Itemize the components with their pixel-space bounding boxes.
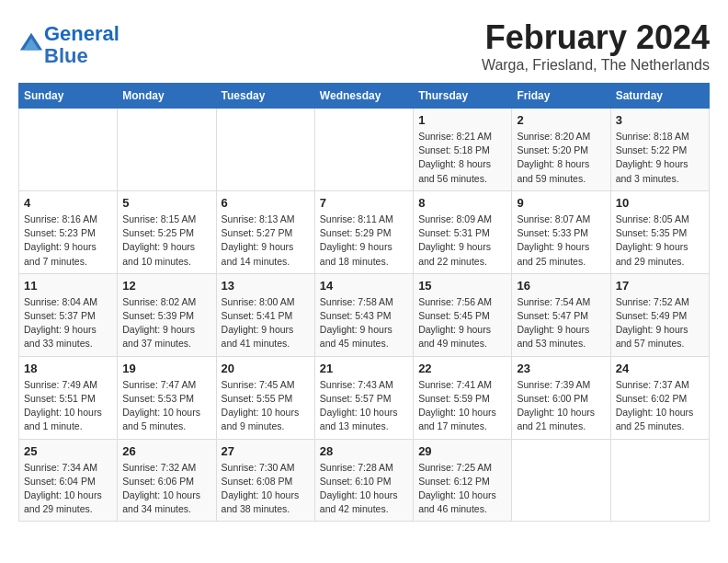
day-number: 25 (24, 444, 112, 458)
calendar-table: SundayMondayTuesdayWednesdayThursdayFrid… (18, 83, 710, 522)
day-headers-row: SundayMondayTuesdayWednesdayThursdayFrid… (19, 84, 710, 109)
day-info: Sunrise: 8:16 AMSunset: 5:23 PMDaylight:… (24, 213, 112, 269)
day-info: Sunrise: 7:56 AMSunset: 5:45 PMDaylight:… (418, 295, 506, 351)
day-number: 4 (24, 196, 112, 210)
day-number: 2 (517, 113, 605, 127)
calendar-cell (512, 439, 610, 522)
calendar-cell: 21Sunrise: 7:43 AMSunset: 5:57 PMDayligh… (314, 356, 413, 439)
day-number: 9 (517, 196, 605, 210)
day-header-sunday: Sunday (19, 84, 118, 109)
day-info: Sunrise: 8:21 AMSunset: 5:18 PMDaylight:… (418, 130, 506, 186)
calendar-cell: 15Sunrise: 7:56 AMSunset: 5:45 PMDayligh… (414, 273, 512, 356)
calendar-cell: 17Sunrise: 7:52 AMSunset: 5:49 PMDayligh… (610, 273, 709, 356)
week-row-5: 25Sunrise: 7:34 AMSunset: 6:04 PMDayligh… (19, 439, 710, 522)
day-header-wednesday: Wednesday (314, 84, 413, 109)
title-area: February 2024 Warga, Friesland, The Neth… (482, 18, 710, 74)
calendar-cell: 6Sunrise: 8:13 AMSunset: 5:27 PMDaylight… (216, 190, 314, 273)
day-header-monday: Monday (118, 84, 216, 109)
calendar-cell (216, 109, 314, 191)
calendar-cell: 28Sunrise: 7:28 AMSunset: 6:10 PMDayligh… (314, 439, 413, 522)
calendar-cell: 18Sunrise: 7:49 AMSunset: 5:51 PMDayligh… (19, 356, 118, 439)
day-info: Sunrise: 8:05 AMSunset: 5:35 PMDaylight:… (616, 213, 704, 269)
calendar-cell: 26Sunrise: 7:32 AMSunset: 6:06 PMDayligh… (118, 439, 216, 522)
week-row-1: 1Sunrise: 8:21 AMSunset: 5:18 PMDaylight… (19, 109, 710, 191)
calendar-cell: 24Sunrise: 7:37 AMSunset: 6:02 PMDayligh… (610, 356, 709, 439)
calendar-cell: 7Sunrise: 8:11 AMSunset: 5:29 PMDaylight… (314, 190, 413, 273)
calendar-cell: 11Sunrise: 8:04 AMSunset: 5:37 PMDayligh… (19, 273, 118, 356)
day-number: 26 (122, 444, 210, 458)
logo: General Blue (18, 23, 119, 67)
day-number: 27 (222, 444, 310, 458)
day-info: Sunrise: 7:30 AMSunset: 6:08 PMDaylight:… (222, 461, 310, 517)
calendar-cell: 12Sunrise: 8:02 AMSunset: 5:39 PMDayligh… (118, 273, 216, 356)
day-number: 15 (418, 279, 506, 293)
day-number: 8 (418, 196, 506, 210)
day-number: 17 (616, 279, 704, 293)
calendar-title: February 2024 (482, 18, 710, 57)
day-info: Sunrise: 7:39 AMSunset: 6:00 PMDaylight:… (517, 378, 605, 434)
calendar-cell: 13Sunrise: 8:00 AMSunset: 5:41 PMDayligh… (216, 273, 314, 356)
calendar-cell: 19Sunrise: 7:47 AMSunset: 5:53 PMDayligh… (118, 356, 216, 439)
calendar-cell: 16Sunrise: 7:54 AMSunset: 5:47 PMDayligh… (512, 273, 610, 356)
day-info: Sunrise: 8:13 AMSunset: 5:27 PMDaylight:… (222, 213, 310, 269)
calendar-cell (314, 109, 413, 191)
week-row-3: 11Sunrise: 8:04 AMSunset: 5:37 PMDayligh… (19, 273, 710, 356)
calendar-cell: 23Sunrise: 7:39 AMSunset: 6:00 PMDayligh… (512, 356, 610, 439)
day-info: Sunrise: 8:07 AMSunset: 5:33 PMDaylight:… (517, 213, 605, 269)
day-info: Sunrise: 8:18 AMSunset: 5:22 PMDaylight:… (616, 130, 704, 186)
day-number: 5 (122, 196, 210, 210)
day-info: Sunrise: 8:15 AMSunset: 5:25 PMDaylight:… (122, 213, 210, 269)
day-number: 6 (222, 196, 310, 210)
calendar-cell (118, 109, 216, 191)
day-number: 7 (320, 196, 408, 210)
day-info: Sunrise: 7:32 AMSunset: 6:06 PMDaylight:… (122, 461, 210, 517)
day-info: Sunrise: 8:04 AMSunset: 5:37 PMDaylight:… (24, 295, 112, 351)
calendar-cell (610, 439, 709, 522)
day-number: 22 (418, 362, 506, 375)
calendar-cell: 1Sunrise: 8:21 AMSunset: 5:18 PMDaylight… (414, 109, 512, 191)
day-info: Sunrise: 8:20 AMSunset: 5:20 PMDaylight:… (517, 130, 605, 186)
day-info: Sunrise: 8:11 AMSunset: 5:29 PMDaylight:… (320, 213, 408, 269)
day-info: Sunrise: 7:37 AMSunset: 6:02 PMDaylight:… (616, 378, 704, 434)
day-info: Sunrise: 7:34 AMSunset: 6:04 PMDaylight:… (24, 461, 112, 517)
day-number: 29 (418, 444, 506, 458)
day-info: Sunrise: 8:00 AMSunset: 5:41 PMDaylight:… (222, 295, 310, 351)
calendar-cell: 9Sunrise: 8:07 AMSunset: 5:33 PMDaylight… (512, 190, 610, 273)
calendar-cell: 29Sunrise: 7:25 AMSunset: 6:12 PMDayligh… (414, 439, 512, 522)
day-info: Sunrise: 8:09 AMSunset: 5:31 PMDaylight:… (418, 213, 506, 269)
day-info: Sunrise: 7:58 AMSunset: 5:43 PMDaylight:… (320, 295, 408, 351)
day-number: 11 (24, 279, 112, 293)
day-info: Sunrise: 7:41 AMSunset: 5:59 PMDaylight:… (418, 378, 506, 434)
calendar-cell: 22Sunrise: 7:41 AMSunset: 5:59 PMDayligh… (414, 356, 512, 439)
day-number: 18 (24, 362, 112, 375)
day-info: Sunrise: 7:25 AMSunset: 6:12 PMDaylight:… (418, 461, 506, 517)
day-info: Sunrise: 7:45 AMSunset: 5:55 PMDaylight:… (222, 378, 310, 434)
calendar-cell (19, 109, 118, 191)
logo-line1: General (44, 22, 119, 45)
day-header-saturday: Saturday (610, 84, 709, 109)
day-header-friday: Friday (512, 84, 610, 109)
day-info: Sunrise: 7:54 AMSunset: 5:47 PMDaylight:… (517, 295, 605, 351)
calendar-header: SundayMondayTuesdayWednesdayThursdayFrid… (19, 84, 710, 109)
calendar-cell: 8Sunrise: 8:09 AMSunset: 5:31 PMDaylight… (414, 190, 512, 273)
logo-line2: Blue (44, 44, 88, 67)
calendar-cell: 14Sunrise: 7:58 AMSunset: 5:43 PMDayligh… (314, 273, 413, 356)
day-number: 12 (122, 279, 210, 293)
calendar-cell: 5Sunrise: 8:15 AMSunset: 5:25 PMDaylight… (118, 190, 216, 273)
day-number: 24 (616, 362, 704, 375)
calendar-cell: 3Sunrise: 8:18 AMSunset: 5:22 PMDaylight… (610, 109, 709, 191)
day-number: 28 (320, 444, 408, 458)
calendar-cell: 20Sunrise: 7:45 AMSunset: 5:55 PMDayligh… (216, 356, 314, 439)
day-number: 19 (122, 362, 210, 375)
calendar-cell: 2Sunrise: 8:20 AMSunset: 5:20 PMDaylight… (512, 109, 610, 191)
day-number: 21 (320, 362, 408, 375)
day-number: 23 (517, 362, 605, 375)
day-number: 1 (418, 113, 506, 127)
week-row-2: 4Sunrise: 8:16 AMSunset: 5:23 PMDaylight… (19, 190, 710, 273)
day-number: 10 (616, 196, 704, 210)
calendar-subtitle: Warga, Friesland, The Netherlands (482, 57, 710, 74)
day-info: Sunrise: 7:49 AMSunset: 5:51 PMDaylight:… (24, 378, 112, 434)
day-info: Sunrise: 7:47 AMSunset: 5:53 PMDaylight:… (122, 378, 210, 434)
day-info: Sunrise: 7:28 AMSunset: 6:10 PMDaylight:… (320, 461, 408, 517)
calendar-cell: 25Sunrise: 7:34 AMSunset: 6:04 PMDayligh… (19, 439, 118, 522)
